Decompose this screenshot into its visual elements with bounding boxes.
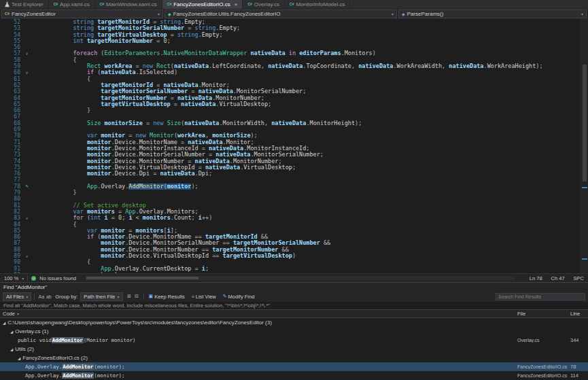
code-text[interactable]: monitor.Device.MonitorInstanceId = nativ… (31, 145, 588, 152)
code-text[interactable]: targetMonitorId = nativeData.Monitor; (31, 82, 588, 88)
code-text[interactable]: App.Overlay.AddMonitor(monitor); (31, 184, 588, 190)
code-text[interactable]: { (31, 57, 588, 63)
find-result-group[interactable]: ◢C:\Users\shaopengwang\Desktop\powertoys… (0, 318, 588, 327)
code-text[interactable]: string targetMonitorId = string.Empty; (31, 19, 588, 25)
chevron-down-icon[interactable]: ▾ (22, 276, 24, 281)
indent (31, 272, 101, 273)
find-result-item[interactable]: public void AddMonitor(Monitor monitor)O… (0, 336, 588, 345)
code-editor[interactable]: 52 string targetMonitorId = string.Empty… (0, 19, 588, 273)
code-text[interactable]: targetMonitorSerialNumber = nativeData.M… (31, 88, 588, 94)
code-text[interactable]: for (int i = 0; i < monitors.Count; i++) (31, 215, 588, 221)
issues-check-icon[interactable]: ✓ (31, 276, 36, 281)
find-result-group[interactable]: ◢Overlay.cs (1) (0, 327, 588, 336)
code-text[interactable]: { (31, 259, 588, 265)
csharp-project-icon: C# (5, 12, 10, 16)
code-text[interactable]: string targetVirtualDesktop = string.Emp… (31, 32, 588, 38)
tab-monitorinfomodel-cs[interactable]: C#MonitorInfoModel.cs (285, 0, 350, 9)
code-text[interactable]: monitor.Device.MonitorNumber = nativeDat… (31, 158, 588, 165)
code-text[interactable]: { (31, 222, 588, 228)
code-text[interactable] (31, 44, 588, 50)
glyph-margin (22, 101, 31, 107)
fold-chevron-icon[interactable]: ∨ (22, 253, 31, 259)
code-text[interactable]: // Set active desktop (31, 203, 588, 209)
tab-app-xaml-cs[interactable]: C#App.xaml.cs (49, 0, 95, 9)
code-text[interactable] (31, 126, 588, 133)
find-result-item[interactable]: App.Overlay.AddMonitor(monitor);FancyZon… (0, 362, 588, 371)
collapse-all-button[interactable]: ⊟ (133, 293, 141, 300)
member-dropdown[interactable]: ◆ ParseParams() ▾ (398, 10, 587, 18)
code-text[interactable]: if (nativeData.IsSelected) (31, 69, 588, 75)
code-text[interactable]: monitor.Device.VirtualDesktopId == targe… (31, 253, 588, 259)
find-result-item[interactable]: App.Overlay.AddMonitor(monitor);FancyZon… (0, 371, 588, 380)
column-indicator: Ch 47 (551, 275, 565, 281)
column-header-code[interactable]: Code ▾ (0, 311, 517, 317)
horizontal-scrollbar[interactable] (85, 276, 515, 280)
find-result-group[interactable]: ◢FancyZonesEditorIO.cs (2) (0, 353, 588, 362)
project-dropdown[interactable]: C# FancyZonesEditor ▾ (1, 10, 163, 18)
match-case-button[interactable]: Aa (37, 293, 45, 300)
column-header-file[interactable]: File (517, 311, 570, 317)
find-result-group[interactable]: ◢Utils (2) (0, 345, 588, 353)
code-text[interactable]: monitor.Device.MonitorSerialNumber = nat… (31, 152, 588, 158)
tree-expanded-icon[interactable]: ◢ (18, 356, 20, 360)
modify-find-button[interactable]: ✎ Modify Find (221, 293, 257, 300)
code-text[interactable]: targetVirtualDesktop = nativeData.Virtua… (31, 101, 588, 107)
search-find-results-input[interactable] (496, 293, 585, 300)
code-text[interactable]: } (31, 107, 588, 114)
group-by-dropdown[interactable]: Path then File ▾ (80, 292, 122, 301)
close-icon[interactable]: × (235, 1, 238, 7)
indent (31, 228, 87, 234)
code-text[interactable]: targetMonitorNumber = nativeData.Monitor… (31, 95, 588, 101)
expand-all-button[interactable]: ⊞ (126, 293, 133, 300)
code-text[interactable] (31, 114, 588, 120)
fold-chevron-icon[interactable]: ∨ (22, 69, 31, 75)
vertical-scrollbar[interactable] (581, 19, 588, 273)
tab-test-explorer[interactable]: Test Explorer (0, 0, 49, 9)
line-number: 53 (0, 25, 22, 31)
glyph-margin (22, 228, 31, 234)
tab-overlay-cs[interactable]: C#Overlay.cs (243, 0, 285, 9)
code-text[interactable]: } (31, 190, 588, 196)
issues-status-text[interactable]: No issues found (39, 275, 76, 281)
code-text[interactable]: int targetMonitorNumber = 0; (31, 38, 588, 44)
flask-icon (5, 1, 10, 7)
scrollbar-thumb[interactable] (86, 277, 198, 279)
code-text[interactable]: monitor.Device.MonitorSerialNumber == ta… (31, 240, 588, 246)
code-text[interactable]: foreach (EditorParameters.NativeMonitorD… (31, 50, 588, 56)
keep-results-button[interactable]: ▣ Keep Results (147, 293, 187, 300)
code-text[interactable]: var monitor = new Monitor(workArea, moni… (31, 133, 588, 139)
fold-chevron-icon[interactable]: ∨ (22, 215, 31, 221)
code-text[interactable]: monitor.Device.VirtualDesktopId = native… (31, 165, 588, 171)
column-header-line[interactable]: Line (570, 311, 588, 317)
line-number: 61 (0, 76, 22, 82)
result-file: Overlay.cs (517, 338, 570, 343)
code-text[interactable]: var monitor = monitors[i]; (31, 228, 588, 234)
tab-fancyzoneseditorio-cs[interactable]: C#FancyZonesEditorIO.cs× (162, 0, 243, 9)
tree-expanded-icon[interactable]: ◢ (3, 321, 5, 325)
zoom-level[interactable]: 100 % (4, 275, 18, 281)
code-text[interactable]: monitor.Device.MonitorName = nativeData.… (31, 139, 588, 145)
code-text[interactable]: var monitors = App.Overlay.Monitors; (31, 209, 588, 215)
indent (31, 95, 101, 101)
code-text[interactable]: break; (31, 272, 588, 273)
type-dropdown[interactable]: ◆ FancyZonesEditor.Utils.FancyZonesEdito… (165, 10, 397, 18)
code-text[interactable] (31, 177, 588, 183)
code-text[interactable]: monitor.Device.Dpi = nativeData.Dpi; (31, 171, 588, 177)
fold-chevron-icon[interactable]: ∨ (22, 50, 31, 56)
code-text[interactable]: monitor.Device.MonitorNumber == targetMo… (31, 247, 588, 253)
code-text[interactable] (31, 196, 588, 202)
match-whole-word-button[interactable]: ab (45, 293, 52, 300)
code-text[interactable]: App.Overlay.CurrentDesktop = i; (31, 266, 588, 272)
indent (31, 19, 73, 25)
scope-dropdown[interactable]: All Files ▾ (3, 292, 31, 301)
tab-mainwindow-xaml-cs[interactable]: C#MainWindow.xaml.cs (95, 0, 162, 9)
scrollbar-thumb[interactable] (583, 65, 587, 182)
code-text[interactable]: Rect workArea = new Rect(nativeData.Left… (31, 63, 588, 69)
code-text[interactable]: string targetMonitorSerialNumber = strin… (31, 25, 588, 31)
tree-expanded-icon[interactable]: ◢ (10, 330, 13, 334)
tree-expanded-icon[interactable]: ◢ (10, 347, 13, 351)
list-view-button[interactable]: ≡ List View (190, 293, 218, 300)
code-text[interactable]: Size monitorSize = new Size(nativeData.M… (31, 120, 588, 126)
code-text[interactable]: { (31, 76, 588, 82)
code-text[interactable]: if (monitor.Device.MonitorName == target… (31, 234, 588, 240)
